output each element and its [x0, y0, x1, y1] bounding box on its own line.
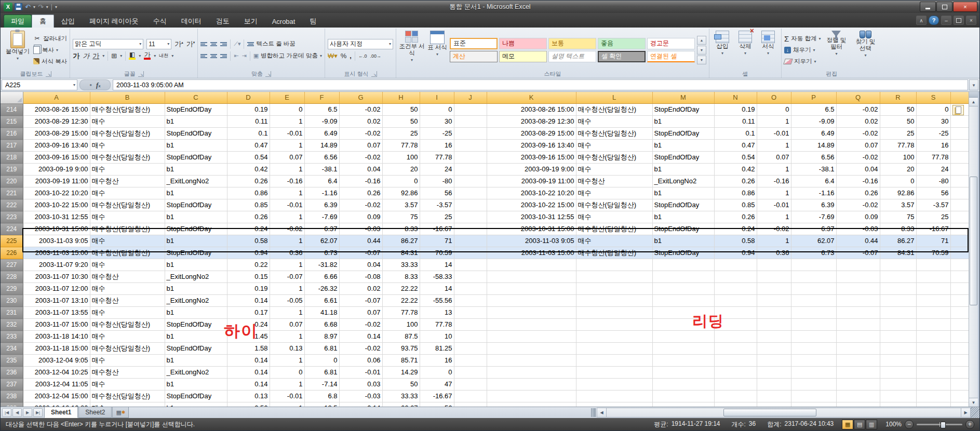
cell-T226[interactable]: [950, 247, 969, 259]
cell-B226[interactable]: 매수청산(당일청산): [90, 247, 165, 259]
cell-D214[interactable]: 0.19: [227, 104, 270, 116]
horizontal-scroll-thumb[interactable]: [723, 409, 816, 416]
cell-H225[interactable]: 86.27: [382, 235, 420, 247]
align-top-icon[interactable]: [200, 42, 207, 47]
cell-P237[interactable]: [791, 379, 836, 390]
cell-E239[interactable]: 1: [270, 402, 304, 407]
cell-G237[interactable]: 0.03: [339, 379, 382, 390]
delete-cells-button[interactable]: 삭제▾: [735, 30, 756, 70]
row-header-218[interactable]: 218: [1, 152, 23, 164]
cell-K223[interactable]: 2003-10-31 12:55: [487, 211, 576, 223]
cell-A220[interactable]: 2003-09-19 11:00: [23, 176, 90, 187]
cell-Q220[interactable]: -0.16: [836, 176, 880, 187]
cell-C226[interactable]: StopEndOfDay: [165, 247, 227, 259]
accounting-format-icon[interactable]: ₩▾: [328, 52, 338, 60]
cell-H235[interactable]: 85.71: [382, 355, 420, 367]
cell-F220[interactable]: 6.4: [304, 176, 339, 187]
cell-I231[interactable]: 13: [420, 307, 454, 319]
cell-M218[interactable]: StopEndOfDay: [652, 152, 714, 164]
cell-L233[interactable]: [576, 331, 652, 343]
cell-B217[interactable]: 매수: [90, 140, 165, 152]
cell-N236[interactable]: [714, 367, 757, 379]
row-header-234[interactable]: 234: [1, 343, 23, 355]
cell-F231[interactable]: 41.18: [304, 307, 339, 319]
cell-N229[interactable]: [714, 283, 757, 295]
cell-I238[interactable]: -16.67: [420, 390, 454, 402]
cell-I230[interactable]: -55.56: [420, 295, 454, 307]
cell-Q221[interactable]: 0.26: [836, 187, 880, 199]
cell-S219[interactable]: 24: [916, 164, 950, 176]
shrink-font-icon[interactable]: 가▾: [186, 39, 195, 49]
cell-M227[interactable]: [652, 259, 714, 271]
number-format-select[interactable]: 사용자 지정▾: [328, 39, 393, 49]
cell-N232[interactable]: [714, 319, 757, 331]
cell-A223[interactable]: 2003-10-31 12:55: [23, 211, 90, 223]
cell-L234[interactable]: [576, 343, 652, 355]
cell-D233[interactable]: 1.45: [227, 331, 270, 343]
row-header-230[interactable]: 230: [1, 295, 23, 307]
cell-N215[interactable]: 0.11: [714, 116, 757, 128]
row-header-233[interactable]: 233: [1, 331, 23, 343]
cell-G231[interactable]: 0.07: [339, 307, 382, 319]
cell-T225[interactable]: [950, 235, 969, 247]
cell-J234[interactable]: [454, 343, 487, 355]
cell-R220[interactable]: 0: [880, 176, 916, 187]
cell-Q233[interactable]: [836, 331, 880, 343]
column-header-H[interactable]: H: [382, 92, 420, 104]
cell-L223[interactable]: 매수: [576, 211, 652, 223]
cell-style-calc[interactable]: 계산: [450, 51, 498, 62]
cell-I232[interactable]: 77.78: [420, 319, 454, 331]
cell-B235[interactable]: 매수: [90, 355, 165, 367]
cell-S228[interactable]: [916, 271, 950, 283]
cell-K230[interactable]: [487, 295, 576, 307]
cell-P229[interactable]: [791, 283, 836, 295]
cell-K239[interactable]: [487, 402, 576, 407]
cell-O218[interactable]: 0.07: [757, 152, 791, 164]
cell-S237[interactable]: [916, 379, 950, 390]
cell-H237[interactable]: 50: [382, 379, 420, 390]
cell-T232[interactable]: [950, 319, 969, 331]
cell-E231[interactable]: 1: [270, 307, 304, 319]
row-header-235[interactable]: 235: [1, 355, 23, 367]
alignment-dialog-launcher-icon[interactable]: ↘: [265, 71, 271, 77]
cell-H236[interactable]: 14.29: [382, 367, 420, 379]
cell-F239[interactable]: -12.5: [304, 402, 339, 407]
cell-R219[interactable]: 20: [880, 164, 916, 176]
insert-worksheet-tab[interactable]: ▦✱: [112, 407, 129, 418]
row-header-221[interactable]: 221: [1, 187, 23, 199]
cell-M224[interactable]: StopEndOfDay: [652, 223, 714, 235]
row-header-239[interactable]: 239: [1, 402, 23, 407]
cell-P230[interactable]: [791, 295, 836, 307]
cell-O233[interactable]: [757, 331, 791, 343]
grow-font-icon[interactable]: 가▴: [174, 39, 183, 49]
cell-J235[interactable]: [454, 355, 487, 367]
cell-K238[interactable]: [487, 390, 576, 402]
qat-customize-icon[interactable]: ▾: [55, 5, 57, 9]
cell-J239[interactable]: [454, 402, 487, 407]
cell-E225[interactable]: 1: [270, 235, 304, 247]
cell-D230[interactable]: 0.14: [227, 295, 270, 307]
cell-D223[interactable]: 0.26: [227, 211, 270, 223]
row-header-229[interactable]: 229: [1, 283, 23, 295]
cell-S226[interactable]: 70.59: [916, 247, 950, 259]
cell-B229[interactable]: 매수: [90, 283, 165, 295]
cell-K220[interactable]: 2003-09-19 11:00: [487, 176, 576, 187]
cell-D234[interactable]: 1.58: [227, 343, 270, 355]
cell-C230[interactable]: _ExitLongNo2: [165, 295, 227, 307]
font-size-select[interactable]: 11▾: [146, 39, 171, 49]
italic-button[interactable]: 가: [83, 51, 89, 61]
cell-B218[interactable]: 매수청산(당일청산): [90, 152, 165, 164]
cell-G230[interactable]: -0.07: [339, 295, 382, 307]
cell-C232[interactable]: StopEndOfDay: [165, 319, 227, 331]
copy-button[interactable]: 복사 ▾: [33, 45, 67, 55]
cell-N233[interactable]: [714, 331, 757, 343]
cell-A231[interactable]: 2003-11-07 13:55: [23, 307, 90, 319]
close-button[interactable]: ×: [953, 2, 977, 12]
cell-B231[interactable]: 매수: [90, 307, 165, 319]
cell-O223[interactable]: 1: [757, 211, 791, 223]
cell-N221[interactable]: 0.86: [714, 187, 757, 199]
cell-T236[interactable]: [950, 367, 969, 379]
sheet-tab-Sheet2[interactable]: Sheet2: [78, 407, 112, 418]
row-header-215[interactable]: 215: [1, 116, 23, 128]
cell-R218[interactable]: 100: [880, 152, 916, 164]
